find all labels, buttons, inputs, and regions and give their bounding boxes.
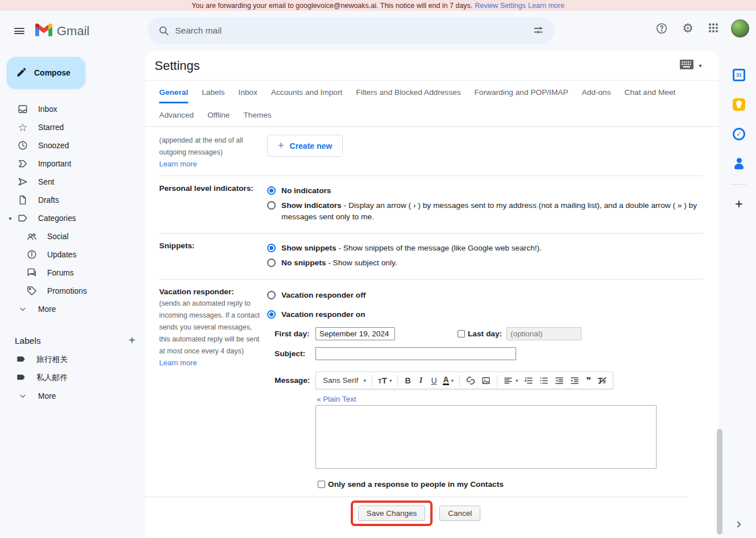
tasks-icon[interactable]: ✓ <box>728 123 750 145</box>
contacts-icon[interactable] <box>728 152 750 175</box>
remove-formatting-icon[interactable]: Tx <box>596 374 608 387</box>
settings-gear-icon[interactable]: ⚙ <box>676 17 699 40</box>
dropdown-caret-icon: ▾ <box>389 378 392 383</box>
radio-show-indicators[interactable] <box>267 201 276 210</box>
input-method-selector[interactable]: ▾ <box>680 60 704 72</box>
forwarding-notice-banner: You are forwarding your email to googlev… <box>0 0 756 11</box>
create-signature-button[interactable]: + Create new <box>267 135 343 157</box>
bold-button[interactable]: B <box>401 374 414 387</box>
first-day-input[interactable] <box>315 327 395 340</box>
get-add-ons-button[interactable]: + <box>728 193 750 215</box>
search-bar[interactable] <box>148 17 554 44</box>
page-title: Settings <box>155 59 680 73</box>
signature-learn-more-link[interactable]: Learn more <box>159 160 197 168</box>
numbered-list-icon[interactable] <box>521 374 536 387</box>
subject-input[interactable] <box>315 347 516 360</box>
people-icon <box>26 231 38 242</box>
plain-text-toggle[interactable]: « Plain Text <box>317 395 356 403</box>
cancel-button[interactable]: Cancel <box>439 506 480 521</box>
insert-link-icon[interactable] <box>463 374 478 387</box>
sidebar-item-starred[interactable]: ☆ Starred <box>0 118 146 136</box>
search-icon[interactable] <box>152 19 175 42</box>
settings-panel: Settings ▾ General Labels Inbox Accounts… <box>146 51 718 538</box>
keep-icon[interactable] <box>728 93 750 116</box>
tab-general[interactable]: General <box>159 88 188 103</box>
subject-label: Subject: <box>275 349 315 358</box>
sidebar-item-snoozed[interactable]: Snoozed <box>0 136 146 155</box>
outdent-icon[interactable] <box>552 374 567 387</box>
insert-image-icon[interactable] <box>479 374 493 387</box>
tab-chat-meet[interactable]: Chat and Meet <box>625 88 676 103</box>
snippets-row: Snippets: Show snippets - Show snippets … <box>159 233 704 279</box>
gmail-logo[interactable]: Gmail <box>35 23 89 39</box>
underline-button[interactable]: U <box>427 374 440 387</box>
tab-accounts-import[interactable]: Accounts and Import <box>271 88 343 103</box>
create-label-button[interactable]: + <box>128 334 135 347</box>
side-panel-divider <box>731 184 747 185</box>
labels-more[interactable]: More <box>0 387 146 405</box>
radio-show-snippets[interactable] <box>267 244 276 252</box>
tab-inbox[interactable]: Inbox <box>238 88 257 103</box>
font-size-dropdown[interactable]: TT ▾ <box>376 374 394 387</box>
font-family-dropdown[interactable]: Sans Serif ▾ <box>321 374 368 387</box>
vacation-learn-more-link[interactable]: Learn more <box>159 358 197 367</box>
hamburger-menu-icon[interactable] <box>8 20 31 43</box>
sidebar-item-promotions[interactable]: Promotions <box>0 282 146 300</box>
banner-learn-more-link[interactable]: Learn more <box>528 2 564 10</box>
settings-footer: 0.03 GB of 15 GB used Terms · Privacy · … <box>159 531 704 538</box>
italic-button[interactable]: I <box>414 374 427 387</box>
vacation-message-textarea[interactable] <box>315 405 657 469</box>
tab-advanced[interactable]: Advanced <box>159 111 194 126</box>
save-changes-button[interactable]: Save Changes <box>358 506 426 521</box>
sidebar-item-sent[interactable]: Sent <box>0 173 146 191</box>
plus-icon: + <box>278 140 284 152</box>
radio-vacation-off[interactable] <box>267 291 276 299</box>
sidebar-item-more[interactable]: More <box>0 300 146 318</box>
radio-no-snippets[interactable] <box>267 258 276 267</box>
calendar-icon[interactable]: 31 <box>728 64 750 86</box>
side-panel: 31 ✓ + <box>722 51 756 538</box>
last-day-input[interactable] <box>506 327 581 340</box>
search-input[interactable] <box>175 26 527 36</box>
sidebar-item-drafts[interactable]: Drafts <box>0 191 146 209</box>
vacation-responder-row: Vacation responder: (sends an automated … <box>159 279 704 489</box>
tab-filters-blocked[interactable]: Filters and Blocked Addresses <box>356 88 460 103</box>
search-options-icon[interactable] <box>527 19 550 42</box>
last-day-checkbox[interactable] <box>458 330 465 337</box>
sidebar-item-updates[interactable]: Updates <box>0 245 146 264</box>
section-label: Personal level indicators: <box>159 184 254 193</box>
quote-icon[interactable]: ❞ <box>583 374 595 387</box>
radio-no-indicators[interactable] <box>267 186 276 195</box>
left-sidebar: Compose Inbox ☆ Starred Snoozed Importan… <box>0 51 146 538</box>
align-dropdown[interactable]: ▾ <box>501 374 521 387</box>
help-icon[interactable] <box>650 17 673 40</box>
sidebar-item-inbox[interactable]: Inbox <box>0 100 146 118</box>
hide-side-panel-chevron[interactable] <box>731 516 747 532</box>
text-color-dropdown[interactable]: A ▾ <box>441 374 456 387</box>
label-item-travel[interactable]: 旅行相关 <box>0 351 146 369</box>
annotation-highlight-box: Save Changes <box>351 501 433 526</box>
compose-button[interactable]: Compose <box>7 57 85 89</box>
dropdown-caret-icon: ▾ <box>363 378 366 383</box>
review-settings-link[interactable]: Review Settings <box>475 2 526 10</box>
tab-themes[interactable]: Themes <box>243 111 271 126</box>
tab-offline[interactable]: Offline <box>207 111 230 126</box>
sidebar-item-social[interactable]: Social <box>0 227 146 245</box>
labels-section-title: Labels <box>15 336 128 346</box>
tab-forwarding-pop-imap[interactable]: Forwarding and POP/IMAP <box>474 88 568 103</box>
label-item-private[interactable]: 私人邮件 <box>0 369 146 387</box>
sidebar-item-forums[interactable]: Forums <box>0 264 146 282</box>
indent-icon[interactable] <box>567 374 582 387</box>
sidebar-item-categories[interactable]: ▾ Categories <box>0 209 146 227</box>
contacts-only-checkbox[interactable] <box>318 481 325 488</box>
tab-add-ons[interactable]: Add-ons <box>582 88 611 103</box>
tab-labels[interactable]: Labels <box>202 88 225 103</box>
google-apps-icon[interactable] <box>703 17 725 40</box>
bulleted-list-icon[interactable] <box>537 374 551 387</box>
sidebar-item-important[interactable]: Important <box>0 155 146 173</box>
radio-vacation-on[interactable] <box>267 310 276 319</box>
collapse-caret-icon[interactable]: ▾ <box>7 215 14 222</box>
label-tag-icon <box>15 372 27 385</box>
scrollbar-thumb[interactable] <box>717 429 722 535</box>
account-avatar[interactable] <box>729 17 751 40</box>
